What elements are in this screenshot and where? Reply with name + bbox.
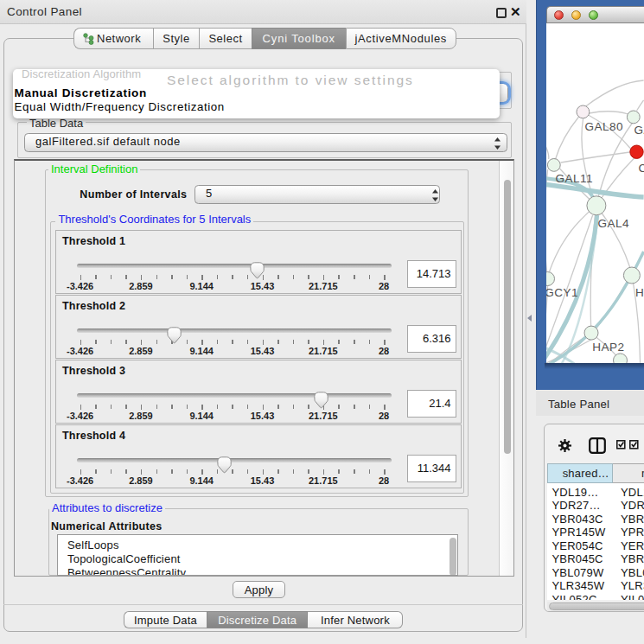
svg-text:GAL11: GAL11 (556, 172, 594, 185)
svg-text:H: H (635, 286, 644, 299)
svg-text:GCY1: GCY1 (546, 286, 578, 299)
svg-text:GA: GA (634, 124, 644, 137)
svg-text:HAP2: HAP2 (593, 341, 625, 354)
svg-text:GAL80: GAL80 (585, 120, 624, 133)
svg-text:GAL4: GAL4 (598, 217, 630, 230)
svg-text:C: C (639, 162, 644, 175)
